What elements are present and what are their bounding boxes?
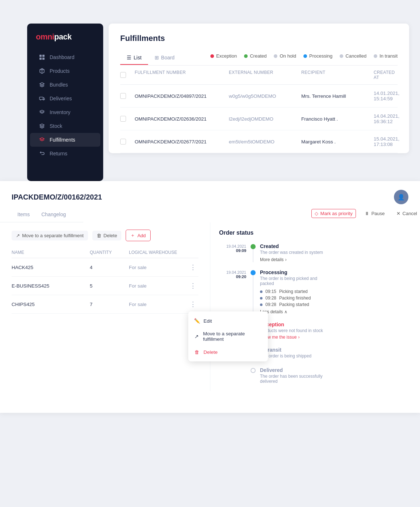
filter-cancelled[interactable]: Cancelled (340, 50, 366, 62)
filter-on-hold[interactable]: On hold (274, 50, 296, 62)
move-label: Move to a separate fulfillment (22, 233, 84, 238)
item-menu-2[interactable]: ⋮ (188, 282, 198, 290)
items-col-name: Name (12, 250, 90, 255)
add-icon: ＋ (130, 232, 135, 239)
table-row[interactable]: OMNIPACKDEMO/Z/04897/2021 w0g5/w0g5OMDEM… (120, 85, 398, 108)
move-icon: ↗ (16, 233, 20, 238)
show-issue-link[interactable]: Show me the issue › (260, 335, 324, 340)
returns-icon (39, 150, 45, 157)
table-row[interactable]: OMNIPACKDEMO/Z/02677/2021 em5t/em5tOMDEM… (120, 130, 398, 153)
pause-button[interactable]: ⏸ Pause (362, 209, 388, 218)
subtab-items[interactable]: Items (12, 207, 35, 222)
sidebar-item-fulfillments[interactable]: Fulfillments (30, 133, 100, 147)
add-label: Add (137, 233, 146, 238)
delivered-desc: The order has been successfully delivere… (260, 374, 324, 384)
sub-dot (260, 297, 262, 299)
sidebar: omnipack Dashboard Products (27, 24, 103, 181)
svg-rect-0 (39, 55, 42, 57)
items-table-header: Name Quantity Logical warehouse (12, 247, 198, 258)
filter-exception[interactable]: Exception (210, 50, 237, 62)
subtab-changelog[interactable]: Changelog (35, 207, 72, 222)
sidebar-item-dashboard[interactable]: Dashboard (30, 50, 100, 64)
created-more-link[interactable]: More details › (260, 257, 324, 262)
row-checkbox-1[interactable] (120, 93, 126, 99)
sub-item-picking: 09:15 Picking started (260, 289, 324, 294)
svg-point-5 (40, 100, 41, 100)
timeline-line (253, 249, 253, 262)
detail-body: ↗ Move to a separate fulfillment 🗑 Delet… (0, 222, 420, 391)
sidebar-label-fulfillments: Fulfillments (50, 137, 75, 143)
tab-board[interactable]: ⊞ Board (148, 51, 181, 65)
item-quantity-1: 4 (90, 265, 129, 270)
item-menu-1[interactable]: ⋮ (188, 263, 198, 271)
detail-panel: IPACKDEMO/Z/00162/2021 👤 Items Changelog… (0, 181, 420, 413)
avatar: 👤 (394, 190, 408, 204)
created-at-1: 14.01.2021, 15:14:59 (374, 91, 399, 101)
sidebar-item-returns[interactable]: Returns (30, 147, 100, 160)
items-col-quantity: Quantity (90, 250, 129, 255)
sidebar-item-deliveries[interactable]: Deliveries (30, 92, 100, 105)
fulfillment-number-1: OMNIPACKDEMO/Z/04897/2021 (135, 93, 229, 99)
sidebar-item-inventory[interactable]: Inventory (30, 105, 100, 119)
sub-label-1: Picking started (279, 289, 308, 294)
mark-priority-button[interactable]: ◇ Mark as priority (311, 209, 356, 218)
sub-time-3: 09:28 (265, 302, 276, 307)
fulfillment-number-3: OMNIPACKDEMO/Z/02677/2021 (135, 139, 229, 144)
items-actions: ↗ Move to a separate fulfillment 🗑 Delet… (12, 230, 198, 241)
external-number-3: em5t/em5tOMDEMO (229, 139, 301, 144)
detail-title: IPACKDEMO/Z/00162/2021 (12, 193, 102, 201)
row-checkbox-2[interactable] (120, 116, 126, 122)
sub-time-1: 09:15 (265, 289, 276, 294)
col-external-number: External number (229, 70, 301, 80)
transit-desc: The order is being shipped (260, 353, 324, 359)
context-menu-move[interactable]: ↗ Move to a separate fulfillment (188, 327, 268, 345)
sub-dot (260, 303, 262, 306)
sidebar-item-products[interactable]: Products (30, 64, 100, 78)
context-menu-delete[interactable]: 🗑 Delete (188, 345, 268, 359)
sidebar-item-bundles[interactable]: Bundles (30, 78, 100, 92)
filter-on-hold-label: On hold (280, 53, 296, 59)
item-name-2: E-BUSINESS425 (12, 283, 90, 289)
created-time: 09:09 (219, 248, 246, 253)
processing-less-link[interactable]: Less details ∧ (260, 309, 324, 314)
svg-rect-2 (39, 58, 42, 60)
row-checkbox-3[interactable] (120, 139, 126, 144)
sidebar-item-stock[interactable]: Stock (30, 119, 100, 133)
fulfillments-tabs: ☰ List ⊞ Board Exception Created On hold (120, 50, 398, 66)
filter-processing[interactable]: Processing (303, 50, 332, 62)
recipient-2: Francisco Hyatt . (301, 116, 374, 122)
sidebar-label-products: Products (50, 68, 70, 74)
sub-item-packing-finished: 09:28 Packing finished (260, 296, 324, 301)
filter-created[interactable]: Created (244, 50, 266, 62)
cancel-label: Cancel (403, 211, 417, 216)
context-menu-edit[interactable]: ✏️ Edit (188, 314, 268, 327)
move-fulfillment-button[interactable]: ↗ Move to a separate fulfillment (12, 231, 88, 240)
brand-prefix: omni (36, 32, 54, 41)
sidebar-label-inventory: Inventory (50, 109, 71, 115)
created-at-3: 15.04.2021, 17:13:08 (374, 136, 399, 147)
detail-header: IPACKDEMO/Z/00162/2021 👤 (0, 181, 420, 204)
tab-list[interactable]: ☰ List (120, 51, 148, 65)
table-header: Fulfillment number External number Recip… (120, 66, 398, 85)
exception-dot (210, 54, 214, 58)
cancel-icon: ✕ (396, 211, 400, 216)
table-row[interactable]: OMNIPACKDEMO/Z/02636/2021 l2edj/l2edjOMD… (120, 108, 398, 130)
delete-label: Delete (104, 233, 117, 238)
select-all-checkbox[interactable] (120, 72, 126, 78)
item-name-1: HACK425 (12, 265, 90, 270)
fulfillments-table: Fulfillment number External number Recip… (120, 66, 398, 153)
item-menu-3[interactable]: ⋮ (188, 300, 198, 308)
processing-date: 19.04.2021 (219, 270, 246, 275)
svg-point-6 (43, 100, 44, 100)
pause-icon: ⏸ (365, 211, 369, 216)
detail-subtabs: Items Changelog (0, 207, 83, 222)
trash-icon: 🗑 (194, 349, 200, 355)
mark-priority-label: Mark as priority (320, 211, 353, 216)
filter-pills: Exception Created On hold Processing Can… (210, 50, 398, 65)
cancel-button[interactable]: ✕ Cancel (394, 209, 420, 218)
fulfillments-title: Fulfillments (120, 34, 398, 43)
delete-items-button[interactable]: 🗑 Delete (92, 231, 122, 240)
filter-in-transit[interactable]: In transit (374, 50, 398, 62)
created-dot-indicator (251, 244, 256, 249)
add-item-button[interactable]: ＋ Add (126, 230, 150, 241)
